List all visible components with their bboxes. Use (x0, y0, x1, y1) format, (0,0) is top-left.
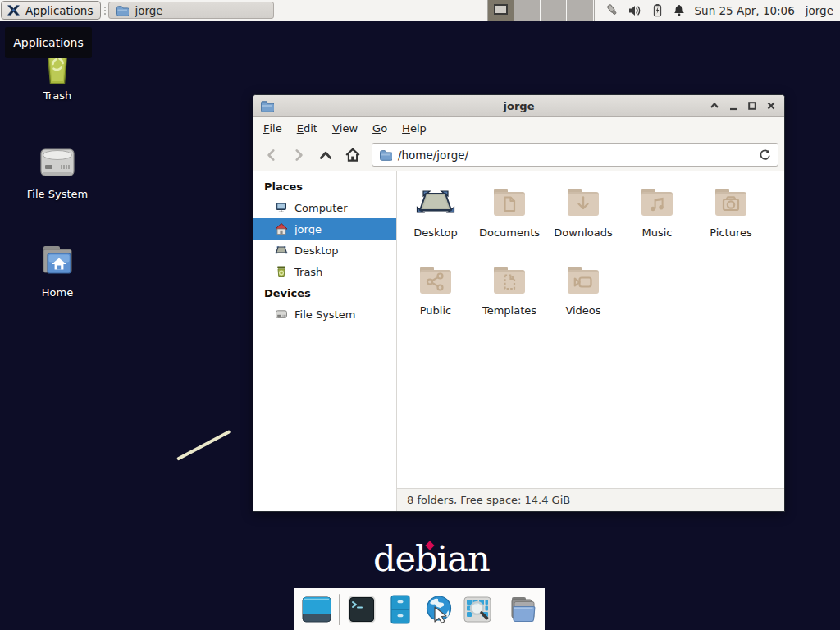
folder-item-documents[interactable]: Documents (473, 183, 546, 261)
sidebar-item-desktop[interactable]: Desktop (253, 240, 396, 261)
debian-logo: debian (373, 540, 490, 581)
folder-label: Pictures (710, 226, 751, 239)
applications-menu-label: Applications (25, 4, 93, 17)
folder-item-downloads[interactable]: Downloads (547, 183, 619, 261)
folder-item-videos[interactable]: Videos (547, 261, 619, 339)
notifications-icon[interactable] (673, 3, 686, 17)
minimize-button[interactable] (727, 99, 740, 112)
menu-view[interactable]: View (325, 117, 365, 139)
reload-icon[interactable] (759, 148, 771, 161)
taskbar-window-button[interactable]: jorge (108, 2, 274, 19)
camera-icon (711, 183, 751, 226)
drive-icon (275, 308, 288, 321)
battery-icon[interactable] (651, 3, 664, 17)
computer-icon (275, 201, 288, 214)
folder-label: Public (420, 304, 451, 317)
back-button[interactable] (259, 144, 284, 167)
path-text: /home/jorge/ (398, 148, 468, 162)
menu-bar: File Edit View Go Help (253, 117, 784, 139)
folder-item-desktop[interactable]: Desktop (399, 183, 472, 261)
sidebar-item-file-system[interactable]: File System (253, 304, 396, 325)
file-manager-window: jorge File Edit View Go Help (253, 94, 785, 512)
xfce-logo-icon (7, 3, 21, 17)
sidebar-item-trash[interactable]: Trash (253, 261, 396, 282)
desktop-icon-label: Trash (43, 89, 71, 102)
workspace-window-preview (494, 4, 508, 15)
menu-help[interactable]: Help (395, 117, 434, 139)
window-titlebar[interactable]: jorge (253, 95, 784, 117)
sidebar-item-label: File System (294, 308, 355, 321)
file-manager-icon[interactable] (384, 593, 417, 626)
panel-spacer (274, 0, 486, 21)
menu-go[interactable]: Go (365, 117, 395, 139)
applications-menu-button[interactable]: Applications (1, 1, 101, 20)
music-icon (637, 183, 677, 226)
sidebar-item-label: Computer (294, 202, 348, 214)
icon-view: Desktop Documents (397, 171, 784, 488)
desktop-icon (275, 244, 288, 257)
show-desktop-icon[interactable] (300, 593, 333, 626)
folder-item-templates[interactable]: Templates (473, 261, 546, 339)
shade-button[interactable] (708, 99, 721, 112)
sidebar-header-devices: Devices (253, 282, 396, 304)
app-finder-icon[interactable] (461, 593, 494, 626)
sidebar-header-places: Places (253, 176, 396, 197)
web-browser-icon[interactable] (422, 593, 455, 626)
top-panel: Applications jorge (0, 0, 840, 21)
maximize-button[interactable] (746, 99, 759, 112)
sidebar-item-label: jorge (294, 223, 322, 235)
terminal-icon[interactable] (345, 593, 378, 626)
session-user-menu[interactable]: jorge (806, 0, 840, 21)
workspace-pager (487, 0, 595, 21)
desktop-icon-label: File System (27, 188, 88, 200)
workspace-2[interactable] (514, 0, 541, 21)
share-icon (416, 261, 455, 304)
folder-icon (116, 4, 129, 17)
hard-drive-icon (36, 141, 79, 184)
directory-menu-icon[interactable] (505, 593, 538, 626)
desktop-icon-home[interactable]: Home (12, 240, 103, 299)
folder-label: Videos (565, 304, 600, 317)
folder-item-public[interactable]: Public (399, 261, 472, 339)
volume-icon[interactable] (628, 4, 642, 17)
home-button[interactable] (340, 144, 365, 167)
desktop-line-artifact (176, 430, 231, 461)
removable-media-icon[interactable] (605, 3, 619, 17)
dock-separator (339, 594, 340, 625)
applications-tooltip: Applications (5, 27, 92, 58)
folder-label: Documents (479, 226, 540, 239)
path-bar-input[interactable]: /home/jorge/ (372, 143, 778, 167)
download-icon (564, 183, 603, 226)
folder-item-pictures[interactable]: Pictures (695, 183, 767, 261)
workspace-1[interactable] (488, 0, 514, 21)
close-button[interactable] (765, 99, 778, 112)
workspace-3[interactable] (541, 0, 567, 21)
side-pane: Places Computer (253, 171, 397, 511)
main-pane: Desktop Documents (397, 171, 784, 511)
folder-item-music[interactable]: Music (621, 183, 693, 261)
dock (294, 588, 545, 630)
menu-file[interactable]: File (256, 117, 290, 139)
sidebar-item-computer[interactable]: Computer (253, 197, 396, 218)
workspace-4[interactable] (567, 0, 593, 21)
window-content: Places Computer (253, 171, 784, 511)
status-text: 8 folders, Free space: 14.4 GiB (407, 494, 570, 506)
window-title: jorge (253, 100, 784, 112)
folder-icon (379, 148, 392, 162)
status-bar: 8 folders, Free space: 14.4 GiB (397, 488, 784, 511)
forward-button[interactable] (286, 144, 311, 167)
panel-clock[interactable]: Sun 25 Apr, 10:06 (695, 0, 806, 21)
document-icon (490, 183, 529, 226)
system-tray (595, 0, 695, 21)
folder-label: Downloads (554, 226, 612, 239)
panel-handle[interactable] (101, 0, 108, 21)
toolbar: /home/jorge/ (253, 139, 784, 171)
desktop-icon-label: Home (42, 286, 73, 299)
desktop-icon-file-system[interactable]: File System (12, 141, 103, 200)
dock-separator (500, 594, 500, 625)
up-button[interactable] (313, 144, 338, 167)
sidebar-item-jorge[interactable]: jorge (253, 218, 396, 240)
folder-label: Desktop (413, 226, 458, 239)
template-icon (490, 261, 529, 304)
menu-edit[interactable]: Edit (290, 117, 325, 139)
